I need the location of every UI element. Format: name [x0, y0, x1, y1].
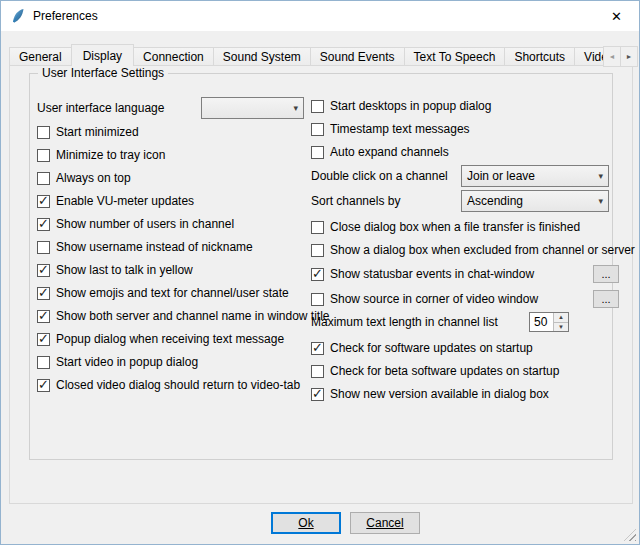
app-logo-icon [10, 8, 26, 24]
checkbox-video-source-corner[interactable]: Show source in corner of video window [311, 291, 538, 307]
checkbox-box[interactable] [37, 149, 50, 162]
statusbar-events-config-button[interactable]: ... [593, 265, 619, 283]
checkbox-enable-vu-meter[interactable]: Enable VU-meter updates [37, 193, 194, 209]
checkbox-label: Show both server and channel name in win… [56, 309, 330, 323]
checkbox-label: Close dialog box when a file transfer is… [330, 220, 580, 234]
checkbox-show-user-count[interactable]: Show number of users in channel [37, 216, 234, 232]
checkbox-label: Timestamp text messages [330, 122, 470, 136]
field-label: Double click on a channel [311, 169, 448, 183]
checkbox-box[interactable] [311, 123, 324, 136]
sort-channels-combo[interactable]: Ascending ▾ [461, 190, 609, 212]
ok-button[interactable]: Ok [271, 512, 341, 534]
checkbox-box[interactable] [311, 100, 324, 113]
checkbox-box[interactable] [311, 221, 324, 234]
checkbox-auto-expand-channels[interactable]: Auto expand channels [311, 144, 449, 160]
checkbox-box[interactable] [37, 195, 50, 208]
group-title: User Interface Settings [38, 66, 168, 80]
tab-scroll-right-icon[interactable]: ► [620, 46, 638, 67]
language-combo[interactable]: ▾ [201, 97, 304, 119]
combo-value: Ascending [467, 194, 523, 208]
checkbox-last-talk-yellow[interactable]: Show last to talk in yellow [37, 262, 193, 278]
checkbox-label: Show statusbar events in chat-window [330, 267, 534, 281]
checkbox-box[interactable] [311, 342, 324, 355]
checkbox-box[interactable] [37, 333, 50, 346]
tab-shortcuts[interactable]: Shortcuts [504, 47, 575, 66]
checkbox-box[interactable] [311, 244, 324, 257]
checkbox-box[interactable] [37, 172, 50, 185]
sort-channels-label: Sort channels by [311, 193, 400, 209]
checkbox-closed-video-return[interactable]: Closed video dialog should return to vid… [37, 377, 300, 393]
checkbox-box[interactable] [37, 379, 50, 392]
checkbox-start-minimized[interactable]: Start minimized [37, 124, 139, 140]
checkbox-label: Check for beta software updates on start… [330, 364, 559, 378]
checkbox-label: Auto expand channels [330, 145, 449, 159]
checkbox-box[interactable] [37, 264, 50, 277]
dots-label: ... [601, 294, 610, 304]
chevron-down-icon: ▾ [598, 196, 603, 206]
tab-display[interactable]: Display [71, 44, 134, 66]
checkbox-statusbar-events[interactable]: Show statusbar events in chat-window [311, 266, 534, 282]
checkbox-minimize-to-tray[interactable]: Minimize to tray icon [37, 147, 165, 163]
checkbox-server-channel-in-title[interactable]: Show both server and channel name in win… [37, 308, 330, 324]
tab-general[interactable]: General [9, 47, 72, 66]
checkbox-box[interactable] [311, 293, 324, 306]
tab-scroll-buttons: ◄ ► [604, 46, 638, 67]
spinner-buttons: ▲ ▼ [553, 313, 568, 331]
window-title: Preferences [33, 9, 98, 23]
double-click-combo[interactable]: Join or leave ▾ [461, 165, 609, 187]
spin-up-icon[interactable]: ▲ [554, 313, 568, 323]
tab-connection[interactable]: Connection [133, 47, 214, 66]
checkbox-always-on-top[interactable]: Always on top [37, 170, 131, 186]
checkbox-box[interactable] [37, 218, 50, 231]
checkbox-label: Check for software updates on startup [330, 341, 533, 355]
checkbox-label: Show username instead of nickname [56, 240, 253, 254]
field-label: Maximum text length in channel list [311, 315, 498, 329]
combo-value: Join or leave [467, 169, 535, 183]
ok-button-label: Ok [298, 516, 313, 530]
checkbox-show-new-version[interactable]: Show new version available in dialog box [311, 386, 549, 402]
tab-bar: General Display Connection Sound System … [9, 43, 639, 66]
resize-grip[interactable] [624, 529, 636, 541]
checkbox-box[interactable] [311, 365, 324, 378]
spin-down-icon[interactable]: ▼ [554, 323, 568, 332]
checkbox-box[interactable] [311, 388, 324, 401]
tab-sound-system[interactable]: Sound System [213, 47, 311, 66]
checkbox-check-updates[interactable]: Check for software updates on startup [311, 340, 533, 356]
checkbox-box[interactable] [37, 241, 50, 254]
checkbox-label: Minimize to tray icon [56, 148, 165, 162]
checkbox-close-filetransfer-dialog[interactable]: Close dialog box when a file transfer is… [311, 219, 580, 235]
checkbox-label: Show last to talk in yellow [56, 263, 193, 277]
checkbox-box[interactable] [37, 310, 50, 323]
checkbox-check-beta-updates[interactable]: Check for beta software updates on start… [311, 363, 559, 379]
checkbox-start-video-popup[interactable]: Start video in popup dialog [37, 354, 198, 370]
spinner-value[interactable]: 50 [530, 313, 553, 331]
checkbox-box[interactable] [311, 146, 324, 159]
checkbox-label: Start minimized [56, 125, 139, 139]
checkbox-popup-text-message[interactable]: Popup dialog when receiving text message [37, 331, 284, 347]
tab-text-to-speech[interactable]: Text To Speech [404, 47, 506, 66]
checkbox-show-username[interactable]: Show username instead of nickname [37, 239, 253, 255]
checkbox-show-excluded-dialog[interactable]: Show a dialog box when excluded from cha… [311, 242, 635, 258]
checkbox-box[interactable] [37, 356, 50, 369]
checkbox-label: Closed video dialog should return to vid… [56, 378, 300, 392]
titlebar[interactable]: Preferences ✕ [1, 1, 639, 31]
video-source-config-button[interactable]: ... [593, 290, 619, 308]
checkbox-box[interactable] [37, 126, 50, 139]
checkbox-box[interactable] [37, 287, 50, 300]
double-click-label: Double click on a channel [311, 168, 448, 184]
checkbox-start-desktops-popup[interactable]: Start desktops in popup dialog [311, 98, 491, 114]
checkbox-label: Show number of users in channel [56, 217, 234, 231]
tab-scroll-left-icon[interactable]: ◄ [603, 46, 621, 67]
ui-settings-group: User Interface Settings User interface l… [29, 73, 613, 460]
checkbox-label: Show new version available in dialog box [330, 387, 549, 401]
checkbox-label: Enable VU-meter updates [56, 194, 194, 208]
max-text-length-spinner[interactable]: 50 ▲ ▼ [529, 312, 569, 332]
tab-sound-events[interactable]: Sound Events [310, 47, 405, 66]
checkbox-box[interactable] [311, 268, 324, 281]
checkbox-label: Popup dialog when receiving text message [56, 332, 284, 346]
close-icon[interactable]: ✕ [594, 1, 639, 31]
cancel-button[interactable]: Cancel [350, 512, 420, 534]
checkbox-show-emojis[interactable]: Show emojis and text for channel/user st… [37, 285, 289, 301]
field-label: Sort channels by [311, 194, 400, 208]
checkbox-timestamp-messages[interactable]: Timestamp text messages [311, 121, 470, 137]
